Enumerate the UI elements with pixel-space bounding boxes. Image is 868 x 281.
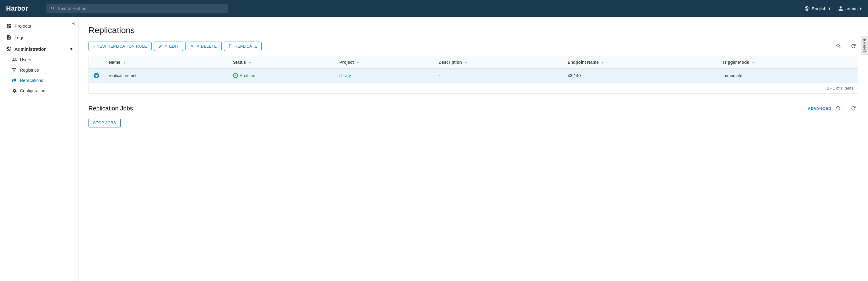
new-replication-rule-button[interactable]: + NEW REPLICATION RULE bbox=[89, 41, 152, 51]
projects-icon bbox=[6, 23, 11, 29]
event-tab-label: EVENT bbox=[862, 39, 867, 53]
app-layout: « Projects Logs Administration ▾ bbox=[0, 17, 868, 281]
jobs-toolbar-divider bbox=[846, 105, 846, 112]
search-input[interactable] bbox=[58, 6, 224, 11]
refresh-button[interactable] bbox=[848, 41, 858, 51]
row-project-cell[interactable]: library bbox=[335, 68, 434, 83]
table-search-button[interactable] bbox=[834, 41, 843, 51]
sidebar: « Projects Logs Administration ▾ bbox=[0, 17, 79, 281]
replicate-icon bbox=[228, 44, 233, 48]
sidebar-item-logs[interactable]: Logs bbox=[0, 32, 79, 43]
replicate-label: REPLICATE bbox=[235, 44, 257, 49]
admin-label: Administration bbox=[14, 47, 47, 52]
sidebar-item-users[interactable]: Users bbox=[6, 55, 79, 65]
edit-icon bbox=[158, 44, 163, 48]
replications-icon bbox=[12, 78, 17, 83]
toolbar-divider bbox=[846, 43, 846, 50]
top-navigation: Harbor English ▾ admin ▾ bbox=[0, 0, 868, 17]
admin-chevron: ▾ bbox=[70, 47, 72, 51]
row-radio-selected[interactable] bbox=[94, 73, 99, 78]
globe-icon bbox=[804, 6, 810, 11]
language-label: English bbox=[812, 6, 827, 11]
search-icon bbox=[51, 6, 55, 11]
jobs-search-button[interactable] bbox=[834, 104, 843, 113]
advanced-button[interactable]: ADVANCED bbox=[808, 106, 831, 111]
user-icon bbox=[838, 6, 843, 11]
search-icon bbox=[836, 43, 842, 49]
trigger-sort-icon: ▼ bbox=[752, 61, 755, 64]
stop-jobs-button[interactable]: STOP JOBS bbox=[89, 118, 121, 128]
row-trigger-cell: Immediate bbox=[718, 68, 858, 83]
language-selector[interactable]: English ▾ bbox=[804, 6, 831, 11]
refresh-icon bbox=[850, 105, 857, 111]
replicate-button[interactable]: REPLICATE bbox=[224, 41, 262, 51]
refresh-icon bbox=[850, 43, 857, 49]
replication-jobs-actions: ADVANCED bbox=[808, 104, 858, 113]
row-name-cell: replication-test bbox=[104, 68, 228, 83]
sidebar-administration-section[interactable]: Administration ▾ bbox=[0, 43, 79, 55]
select-col-header bbox=[89, 56, 104, 68]
toolbar-right-actions bbox=[834, 41, 858, 51]
status-enabled-badge: Enabled bbox=[233, 73, 330, 78]
table-footer: 1 - 1 of 1 items bbox=[89, 83, 858, 94]
status-label: Enabled bbox=[240, 73, 255, 78]
endpoint-col-header[interactable]: Endpoint Name ▼ bbox=[563, 56, 718, 68]
registries-label: Registries bbox=[20, 68, 39, 73]
collapse-sidebar-button[interactable]: « bbox=[72, 20, 75, 26]
config-icon bbox=[12, 88, 17, 93]
page-title: Replications bbox=[89, 26, 858, 35]
logs-icon bbox=[6, 35, 11, 40]
project-sort-icon: ▼ bbox=[356, 61, 360, 64]
replication-jobs-header: Replication Jobs ADVANCED bbox=[89, 104, 858, 113]
user-chevron: ▾ bbox=[860, 6, 862, 11]
project-link[interactable]: library bbox=[339, 73, 351, 78]
sidebar-item-replications[interactable]: Replications bbox=[6, 75, 79, 86]
app-logo: Harbor bbox=[6, 4, 28, 12]
sidebar-item-projects[interactable]: Projects bbox=[0, 20, 79, 32]
admin-children: Users Registries Replications Configurat… bbox=[0, 55, 79, 96]
sidebar-item-logs-label: Logs bbox=[14, 35, 25, 40]
search-icon bbox=[836, 105, 842, 111]
jobs-toolbar: STOP JOBS bbox=[89, 118, 858, 128]
project-col-header[interactable]: Project ▼ bbox=[335, 56, 434, 68]
table-row[interactable]: replication-test Enabled library - 43-14… bbox=[89, 68, 858, 83]
event-tab[interactable]: EVENT bbox=[861, 36, 868, 55]
row-select-cell[interactable] bbox=[89, 68, 104, 83]
name-col-header[interactable]: Name ▼ bbox=[104, 56, 228, 68]
replication-jobs-title: Replication Jobs bbox=[89, 105, 133, 112]
description-col-header[interactable]: Description ▼ bbox=[434, 56, 563, 68]
search-bar[interactable] bbox=[46, 4, 228, 13]
lang-chevron: ▾ bbox=[828, 6, 831, 11]
delete-label: ✕ DELETE bbox=[196, 44, 217, 49]
nav-divider bbox=[40, 3, 40, 14]
delete-button[interactable]: ✕ DELETE bbox=[185, 41, 221, 51]
desc-sort-icon: ▼ bbox=[464, 61, 468, 64]
status-dot bbox=[233, 73, 238, 78]
configuration-label: Configuration bbox=[20, 88, 45, 93]
jobs-refresh-button[interactable] bbox=[848, 104, 858, 113]
status-sort-icon: ▼ bbox=[249, 61, 252, 64]
replications-label: Replications bbox=[20, 78, 43, 83]
replications-table: Name ▼ Status ▼ Project ▼ Description ▼ bbox=[89, 56, 858, 83]
row-description-cell: - bbox=[434, 68, 563, 83]
row-endpoint-cell: 43-140 bbox=[563, 68, 718, 83]
sidebar-item-configuration[interactable]: Configuration bbox=[6, 86, 79, 96]
endpoint-sort-icon: ▼ bbox=[601, 61, 604, 64]
sidebar-item-projects-label: Projects bbox=[14, 23, 31, 29]
sidebar-item-registries[interactable]: Registries bbox=[6, 65, 79, 75]
trigger-col-header[interactable]: Trigger Mode ▼ bbox=[718, 56, 858, 68]
delete-icon bbox=[190, 44, 194, 48]
user-label: admin bbox=[845, 6, 858, 11]
edit-button[interactable]: ✎ EDIT bbox=[154, 41, 183, 51]
status-col-header[interactable]: Status ▼ bbox=[228, 56, 335, 68]
users-label: Users bbox=[20, 57, 31, 62]
pagination-info: 1 - 1 of 1 items bbox=[827, 86, 853, 90]
edit-label: ✎ EDIT bbox=[164, 44, 179, 49]
users-icon bbox=[12, 57, 17, 62]
registries-icon bbox=[12, 68, 17, 73]
nav-right: English ▾ admin ▾ bbox=[804, 6, 862, 11]
admin-icon bbox=[6, 46, 11, 52]
name-sort-icon: ▼ bbox=[123, 61, 126, 64]
user-menu[interactable]: admin ▾ bbox=[838, 6, 862, 11]
main-content: Replications + NEW REPLICATION RULE ✎ ED… bbox=[79, 17, 868, 281]
